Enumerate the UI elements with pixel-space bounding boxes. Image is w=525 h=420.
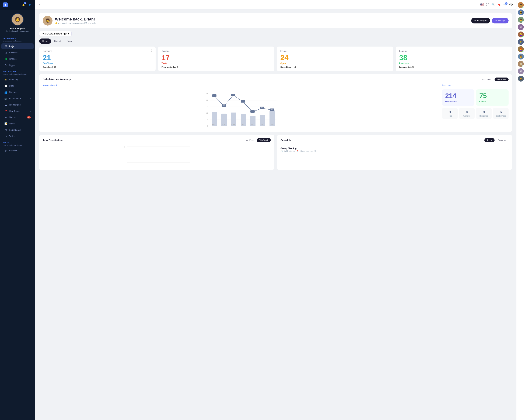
tabs: Home Budget Team: [39, 38, 512, 44]
sidebar-label-chat: Chat: [9, 85, 13, 87]
cart-icon[interactable]: 🛒 5: [503, 3, 507, 6]
sidebar-item-activities[interactable]: ◈ Activities: [1, 148, 34, 154]
week-toggle: Last Week This Week: [480, 77, 508, 81]
sidebar-item-filemanager[interactable]: ☁ File Manager: [1, 102, 34, 108]
right-user-10[interactable]: M: [518, 68, 524, 74]
sidebar-label-filemanager: File Manager: [9, 104, 21, 106]
search-icon[interactable]: 🔍: [491, 3, 495, 6]
tab-home[interactable]: Home: [39, 38, 51, 44]
stat-menu-overdue[interactable]: ⋮: [269, 49, 272, 52]
sidebar-item-finance[interactable]: 💲 Finance: [1, 56, 34, 62]
last-week-button[interactable]: Last Week: [480, 77, 494, 81]
flag-icon[interactable]: 🇺🇸: [480, 3, 484, 6]
svg-text:18: 18: [206, 112, 208, 114]
tab-team[interactable]: Team: [64, 38, 75, 44]
project-selector-label: ACME Corp. Backend App: [42, 33, 66, 35]
tab-budget[interactable]: Budget: [51, 38, 64, 44]
new-issues-card: 214 New Issues: [442, 89, 474, 106]
task-this-week-button[interactable]: This Week: [257, 138, 271, 142]
mini-card-fixed: 3 Fixed: [442, 108, 458, 119]
svg-point-27: [233, 94, 234, 96]
stat-card-features: Features ⋮ 38 Proposals Implemented: 16: [396, 47, 512, 71]
overview-area: Overview 214 New Issues 75 Closed: [442, 84, 508, 129]
stat-label-summary: Due Tasks: [43, 62, 152, 65]
sidebar-item-chat[interactable]: 💬 Chat: [1, 83, 34, 89]
settings-button[interactable]: ⚙ Settings: [492, 18, 508, 23]
stat-sub-issues: Closed today: 19: [280, 66, 390, 68]
right-user-9[interactable]: 👩‍🦳: [518, 61, 524, 67]
menu-icon[interactable]: ≡: [38, 3, 40, 7]
project-selector[interactable]: ACME Corp. Backend App ▾: [39, 31, 72, 37]
chart-label: New vs. Closed: [43, 84, 439, 86]
right-user-1[interactable]: 🧔: [518, 2, 524, 8]
sidebar-item-helpcenter[interactable]: ❓ Help Center ›: [1, 108, 34, 114]
stat-menu-summary[interactable]: ⋮: [150, 49, 153, 52]
stat-card-overdue: Overdue ⋮ 17 Tasks From yesterday: 9: [158, 47, 274, 71]
reopened-number: 8: [478, 110, 490, 114]
stat-menu-features[interactable]: ⋮: [506, 49, 510, 52]
welcome-greeting: Welcome back, Brian!: [55, 17, 96, 21]
messages-button[interactable]: ✉ Messages: [471, 18, 490, 23]
right-user-8[interactable]: 👩: [518, 54, 524, 59]
task-last-week-button[interactable]: Last Week: [242, 138, 256, 142]
sidebar-item-project[interactable]: ☑ Project: [1, 43, 34, 49]
svg-text:9: 9: [207, 119, 208, 120]
sidebar-logo[interactable]: ◆: [3, 2, 8, 7]
sidebar-item-tasks[interactable]: ⊙ Tasks: [1, 133, 34, 139]
schedule-tomorrow-button[interactable]: Tomorrow: [495, 138, 508, 142]
contacts-icon: 👥: [4, 91, 7, 94]
welcome-text: Welcome back, Brian! 🔔 You have 2 new me…: [55, 17, 96, 24]
new-issues-number: 214: [445, 92, 471, 100]
right-user-5[interactable]: 👱‍♀️: [518, 31, 524, 37]
right-user-3[interactable]: 👩: [518, 17, 524, 23]
sidebar-header: ◆ 🔔 3 👤: [0, 0, 35, 10]
topbar: ≡ 🇺🇸 ⛶ 🔍 🔖 🛒 5 💬: [35, 0, 516, 9]
bookmark-icon[interactable]: 🔖: [497, 3, 501, 6]
stat-title-issues: Issues: [280, 50, 286, 52]
sidebar: ◆ 🔔 3 👤 🧔 Brian Hughes hughes.brian@comp…: [0, 0, 35, 420]
sidebar-item-academy[interactable]: 🎓 Academy: [1, 77, 34, 83]
finance-icon: 💲: [4, 57, 7, 60]
topbar-chat-icon[interactable]: 💬: [509, 3, 513, 6]
right-user-7[interactable]: 👩‍🦰: [518, 46, 524, 52]
tasks-icon: ⊙: [4, 135, 7, 138]
schedule-toggle: Today Tomorrow: [484, 138, 508, 142]
mailbox-badge: 27: [27, 116, 31, 119]
section-sub-applications: Custom made application designs: [0, 73, 35, 76]
user-profile-icon[interactable]: 👤: [27, 2, 32, 7]
stat-sub-features: Implemented: 16: [399, 66, 508, 68]
sidebar-item-scrumboard[interactable]: ⊞ Scrumboard: [1, 127, 34, 133]
fullscreen-icon[interactable]: ⛶: [486, 3, 489, 6]
right-user-6[interactable]: 👨‍🦱: [518, 39, 524, 45]
right-panel: 🧔 😎 👩 M 👱‍♀️ 👨‍🦱 👩‍🦰 👩 👩‍🦳 M 🧔: [516, 0, 525, 420]
project-icon: ☑: [4, 45, 7, 48]
schedule-arrow-icon[interactable]: ›: [508, 148, 508, 151]
chat-icon: 💬: [4, 84, 7, 87]
sidebar-item-analytics[interactable]: ◷ Analytics: [1, 50, 34, 56]
welcome-bar: 🧔 Welcome back, Brian! 🔔 You have 2 new …: [39, 13, 512, 28]
right-user-2[interactable]: 😎: [518, 9, 524, 15]
mini-card-wontfix: 4 Won't Fix: [459, 108, 475, 119]
section-label-pages: PAGES: [0, 140, 35, 144]
svg-text:Tue: Tue: [222, 124, 225, 126]
notification-icon[interactable]: 🔔 3: [21, 2, 26, 7]
sidebar-item-crypto[interactable]: $ Crypto: [1, 62, 34, 68]
sidebar-label-helpcenter: Help Center: [9, 110, 20, 112]
stat-menu-issues[interactable]: ⋮: [388, 49, 391, 52]
svg-point-30: [242, 101, 244, 102]
this-week-button[interactable]: This Week: [495, 77, 508, 81]
stat-number-features: 38: [399, 54, 508, 62]
scrumboard-icon: ⊞: [4, 129, 7, 131]
sidebar-item-ecommerce[interactable]: 🛒 ECommerce ›: [1, 95, 34, 102]
schedule-today-button[interactable]: Today: [484, 138, 494, 142]
right-user-11[interactable]: 🧔: [518, 75, 524, 82]
sidebar-label-mailbox: Mailbox: [9, 116, 16, 119]
sidebar-item-contacts[interactable]: 👥 Contacts: [1, 89, 34, 95]
sidebar-item-mailbox[interactable]: ✉ Mailbox 27: [1, 114, 34, 120]
right-user-4[interactable]: M: [518, 24, 524, 30]
sidebar-item-notes[interactable]: 📝 Notes: [1, 121, 34, 127]
schedule-title: Schedule: [281, 139, 291, 141]
svg-point-21: [214, 95, 215, 97]
svg-text:45: 45: [206, 93, 208, 94]
wontfix-label: Won't Fix: [460, 115, 473, 117]
